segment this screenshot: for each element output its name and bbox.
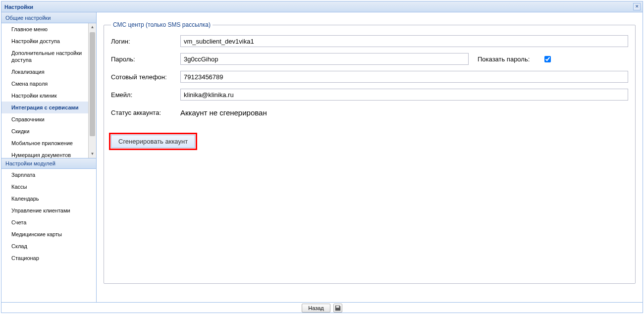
save-icon[interactable] — [333, 304, 342, 313]
main-panel: СМС центр (только SMS рассылка) Логин: П… — [97, 12, 643, 302]
sidebar-item[interactable]: Нумерация документов — [1, 149, 88, 158]
sidebar-item[interactable]: Интеграция с сервисами — [1, 102, 88, 113]
sidebar-item[interactable]: Стационар — [1, 252, 96, 264]
sidebar-item[interactable]: Скидки — [1, 125, 88, 137]
sidebar-item[interactable]: Медицинские карты — [1, 228, 96, 240]
sidebar-item[interactable]: Склад — [1, 240, 96, 252]
sidebar-item[interactable]: Счета — [1, 216, 96, 228]
email-label: Емейл: — [111, 91, 180, 99]
sidebar-item[interactable]: Кассы — [1, 181, 96, 193]
fieldset-legend: СМС центр (только SMS рассылка) — [111, 21, 213, 28]
scroll-down-icon[interactable]: ▼ — [89, 150, 96, 158]
close-icon[interactable]: ✕ — [633, 3, 641, 10]
back-button[interactable]: Назад — [302, 304, 330, 313]
status-value: Аккаунт не сгенерирован — [180, 108, 267, 117]
sms-center-fieldset: СМС центр (только SMS рассылка) Логин: П… — [104, 21, 636, 284]
sidebar-item[interactable]: Управление клиентами — [1, 205, 96, 216]
footer-toolbar: Назад — [1, 302, 643, 313]
phone-input[interactable] — [180, 71, 628, 83]
sidebar-item[interactable]: Справочники — [1, 113, 88, 125]
show-password-label: Показать пароль: — [478, 55, 530, 63]
scrollbar[interactable]: ▲ ▼ — [88, 23, 96, 158]
status-label: Статус аккаунта: — [111, 109, 180, 116]
login-label: Логин: — [111, 38, 180, 45]
phone-label: Сотовый телефон: — [111, 73, 180, 81]
password-label: Пароль: — [111, 55, 180, 63]
email-input[interactable] — [180, 89, 628, 101]
sidebar: Общие настройки Главное менюНастройки до… — [1, 12, 97, 302]
sidebar-item[interactable]: Локализация — [1, 66, 88, 78]
sidebar-item[interactable]: Календарь — [1, 193, 96, 205]
login-input[interactable] — [180, 35, 628, 47]
sidebar-item[interactable]: Настройки доступа — [1, 35, 88, 47]
sidebar-item[interactable]: Главное меню — [1, 23, 88, 35]
show-password-checkbox[interactable] — [544, 56, 551, 62]
accordion-header-modules[interactable]: Настройки модулей — [1, 158, 96, 169]
scroll-thumb[interactable] — [90, 32, 95, 136]
sidebar-item[interactable]: Настройки клиник — [1, 90, 88, 102]
sidebar-item[interactable]: Мобильное приложение — [1, 137, 88, 149]
settings-window: Настройки ✕ Общие настройки Главное меню… — [1, 1, 643, 313]
generate-account-button[interactable]: Сгенерировать аккаунт — [111, 135, 195, 148]
sidebar-item[interactable]: Дополнительные настройки доступа — [1, 47, 88, 66]
title-bar: Настройки ✕ — [1, 1, 643, 12]
accordion-header-general[interactable]: Общие настройки — [1, 12, 96, 23]
scroll-up-icon[interactable]: ▲ — [89, 23, 96, 31]
password-input[interactable] — [180, 53, 469, 65]
sidebar-item[interactable]: Смена пароля — [1, 78, 88, 90]
window-title: Настройки — [4, 4, 33, 10]
sidebar-item[interactable]: Зарплата — [1, 169, 96, 181]
